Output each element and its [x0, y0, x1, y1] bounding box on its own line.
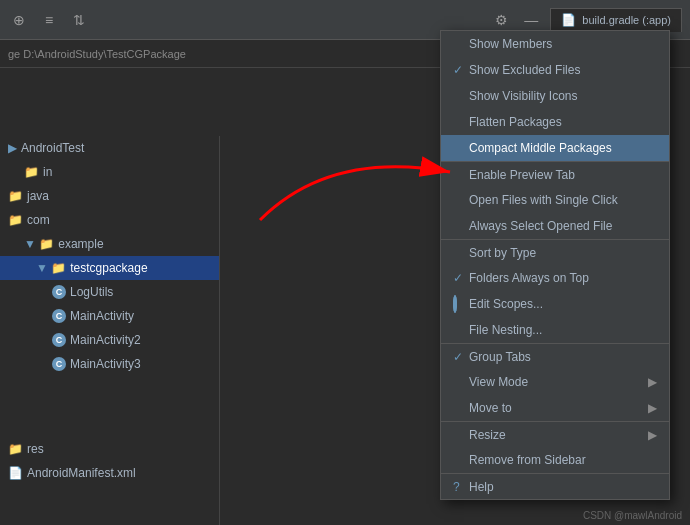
menu-item-edit-scopes[interactable]: Edit Scopes...	[441, 291, 669, 317]
toolbar-icon-globe[interactable]: ⊕	[8, 9, 30, 31]
folder-icon: 📁	[8, 442, 23, 456]
menu-item-move-to[interactable]: Move to▶	[441, 395, 669, 421]
tree-item-mainactivity2[interactable]: C MainActivity2	[0, 328, 219, 352]
menu-item-label: Enable Preview Tab	[469, 168, 575, 182]
menu-item-label: Edit Scopes...	[469, 297, 543, 311]
build-gradle-tab[interactable]: 📄 build.gradle (:app)	[550, 8, 682, 32]
tree-item-label: MainActivity2	[70, 333, 141, 347]
menu-item-label: View Mode	[469, 375, 528, 389]
folder-open-icon: ▼ 📁	[36, 261, 66, 275]
menu-item-show-visibility[interactable]: Show Visibility Icons	[441, 83, 669, 109]
menu-item-always-select[interactable]: Always Select Opened File	[441, 213, 669, 239]
menu-item-label: Always Select Opened File	[469, 219, 612, 233]
tree-item-label: in	[43, 165, 52, 179]
menu-item-label: Show Visibility Icons	[469, 89, 578, 103]
menu-item-label: Sort by Type	[469, 246, 536, 260]
folder-icon: 📁	[24, 165, 39, 179]
tree-item-label: testcgpackage	[70, 261, 147, 275]
class-icon: C	[52, 285, 66, 299]
folder-icon: ▶	[8, 141, 17, 155]
tree-item-java[interactable]: 📁 java	[0, 184, 219, 208]
tree-item-com[interactable]: 📁 com	[0, 208, 219, 232]
menu-item-label: Group Tabs	[469, 350, 531, 364]
menu-item-show-members[interactable]: Show Members	[441, 31, 669, 57]
menu-item-label: Compact Middle Packages	[469, 141, 612, 155]
menu-item-compact-middle[interactable]: Compact Middle Packages	[441, 135, 669, 161]
menu-item-label: Move to	[469, 401, 512, 415]
tree-item-res[interactable]: 📁 res	[0, 437, 220, 461]
menu-item-show-excluded[interactable]: ✓Show Excluded Files	[441, 57, 669, 83]
tree-item-label: res	[27, 442, 44, 456]
tree-item-example[interactable]: ▼ 📁 example	[0, 232, 219, 256]
menu-item-label: File Nesting...	[469, 323, 542, 337]
menu-item-label: Resize	[469, 428, 506, 442]
check-icon: ✓	[453, 63, 469, 77]
folder-icon: 📁	[8, 189, 23, 203]
submenu-arrow-icon: ▶	[648, 428, 657, 442]
menu-item-open-single[interactable]: Open Files with Single Click	[441, 187, 669, 213]
toolbar-icon-settings[interactable]: ⚙	[490, 9, 512, 31]
folder-open-icon: ▼ 📁	[24, 237, 54, 251]
path-text: ge D:\AndroidStudy\TestCGPackage	[8, 48, 186, 60]
menu-item-enable-preview[interactable]: Enable Preview Tab	[441, 161, 669, 187]
tree-item-androidmanifest[interactable]: 📄 AndroidManifest.xml	[0, 461, 220, 485]
radio-dot	[453, 295, 457, 313]
tree-item-label: MainActivity	[70, 309, 134, 323]
tree-item-in[interactable]: 📁 in	[0, 160, 219, 184]
submenu-arrow-icon: ▶	[648, 401, 657, 415]
menu-item-flatten-packages[interactable]: Flatten Packages	[441, 109, 669, 135]
class-icon: C	[52, 333, 66, 347]
check-icon	[453, 297, 469, 311]
folder-icon: 📁	[8, 213, 23, 227]
menu-item-folders-top[interactable]: ✓Folders Always on Top	[441, 265, 669, 291]
menu-item-resize[interactable]: Resize▶	[441, 421, 669, 447]
check-icon: ?	[453, 480, 469, 494]
submenu-arrow-icon: ▶	[648, 375, 657, 389]
tab-label: build.gradle (:app)	[582, 14, 671, 26]
menu-item-sort-type[interactable]: Sort by Type	[441, 239, 669, 265]
class-icon: C	[52, 357, 66, 371]
menu-item-label: Flatten Packages	[469, 115, 562, 129]
menu-item-file-nesting[interactable]: File Nesting...	[441, 317, 669, 343]
menu-item-label: Folders Always on Top	[469, 271, 589, 285]
tree-item-label: com	[27, 213, 50, 227]
xml-icon: 📄	[8, 466, 23, 480]
check-icon: ✓	[453, 350, 469, 364]
gradle-icon: 📄	[561, 13, 576, 27]
menu-item-group-tabs[interactable]: ✓Group Tabs	[441, 343, 669, 369]
tree-item-label: java	[27, 189, 49, 203]
class-icon: C	[52, 309, 66, 323]
tree-item-label: LogUtils	[70, 285, 113, 299]
menu-item-label: Remove from Sidebar	[469, 453, 586, 467]
menu-item-label: Show Members	[469, 37, 552, 51]
tree-item-label: AndroidManifest.xml	[27, 466, 136, 480]
menu-item-view-mode[interactable]: View Mode▶	[441, 369, 669, 395]
menu-item-label: Help	[469, 480, 494, 494]
watermark: CSDN @mawlAndroid	[583, 510, 682, 521]
menu-item-label: Show Excluded Files	[469, 63, 580, 77]
toolbar-icon-sort[interactable]: ⇅	[68, 9, 90, 31]
check-icon: ✓	[453, 271, 469, 285]
file-tree: ▶ AndroidTest 📁 in 📁 java 📁 com ▼ 📁 exam…	[0, 136, 220, 525]
tree-item-mainactivity[interactable]: C MainActivity	[0, 304, 219, 328]
tree-item-androidtest[interactable]: ▶ AndroidTest	[0, 136, 219, 160]
tree-item-testcgpackage[interactable]: ▼ 📁 testcgpackage	[0, 256, 219, 280]
menu-item-help[interactable]: ?Help	[441, 473, 669, 499]
tree-item-mainactivity3[interactable]: C MainActivity3	[0, 352, 219, 376]
toolbar-icon-list[interactable]: ≡	[38, 9, 60, 31]
tree-item-label: MainActivity3	[70, 357, 141, 371]
toolbar-icon-minimize[interactable]: —	[520, 9, 542, 31]
menu-item-remove-sidebar[interactable]: Remove from Sidebar	[441, 447, 669, 473]
tree-item-label: example	[58, 237, 103, 251]
tree-item-logutils[interactable]: C LogUtils	[0, 280, 219, 304]
context-menu: Show Members✓Show Excluded FilesShow Vis…	[440, 30, 670, 500]
menu-item-label: Open Files with Single Click	[469, 193, 618, 207]
tree-item-label: AndroidTest	[21, 141, 84, 155]
